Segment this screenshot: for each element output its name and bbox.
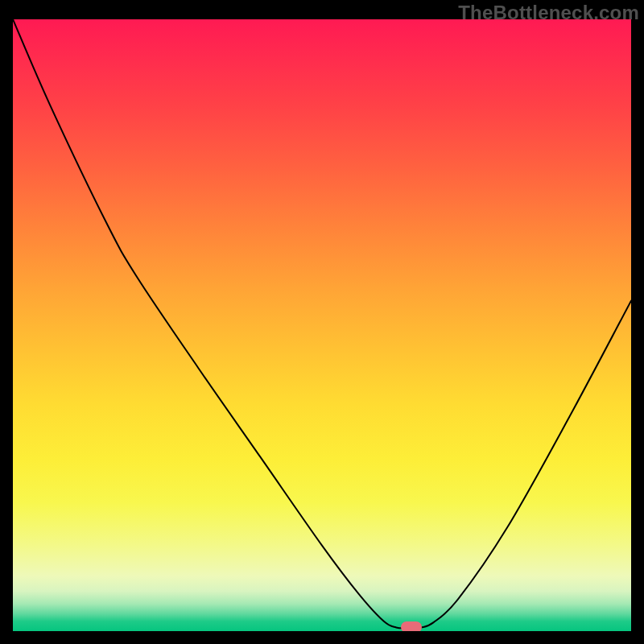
chart-frame: TheBottleneck.com	[0, 0, 644, 644]
bottleneck-curve	[13, 19, 631, 631]
watermark-text: TheBottleneck.com	[458, 2, 639, 24]
optimal-marker	[401, 621, 422, 631]
plot-area	[13, 19, 631, 631]
